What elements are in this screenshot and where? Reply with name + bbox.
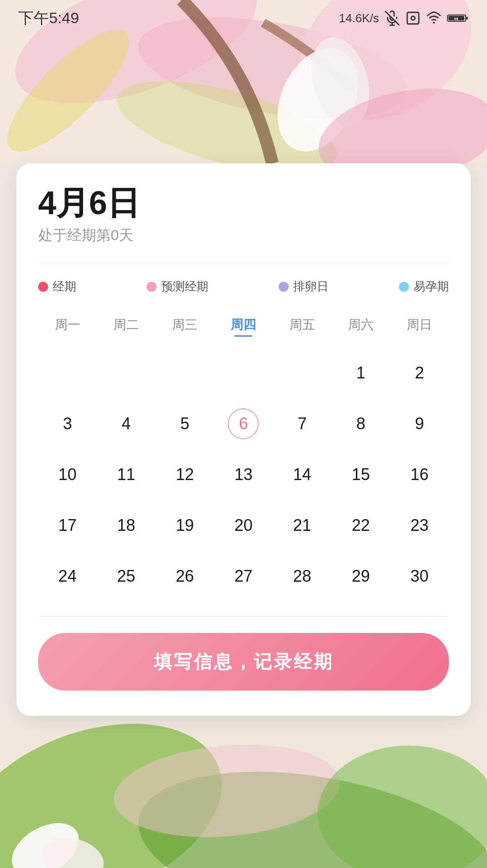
cal-day-29[interactable]: 29 — [331, 553, 390, 600]
weekday-tue: 周二 — [97, 311, 155, 342]
weekday-thu: 周四 — [214, 311, 273, 342]
svg-point-21 — [433, 22, 435, 24]
cal-day-11[interactable]: 11 — [97, 451, 155, 498]
cal-day-13[interactable]: 13 — [214, 451, 273, 498]
cal-day-9[interactable]: 9 — [390, 400, 449, 447]
battery-icon: 98 — [447, 10, 469, 26]
predicted-dot — [147, 282, 157, 292]
screenshot-icon — [405, 10, 421, 26]
ovulation-label: 排卵日 — [293, 279, 329, 294]
calendar-grid: 1 2 3 4 5 6 7 8 9 10 11 12 13 14 15 16 1… — [38, 349, 449, 600]
legend-period: 经期 — [38, 279, 76, 294]
cal-day-17[interactable]: 17 — [38, 502, 97, 549]
cal-day-23[interactable]: 23 — [390, 502, 449, 549]
cal-day-7[interactable]: 7 — [273, 400, 331, 447]
cal-day-empty5[interactable] — [273, 349, 331, 397]
ovulation-dot — [279, 282, 289, 292]
weekday-mon: 周一 — [38, 311, 97, 342]
svg-text:98: 98 — [454, 17, 458, 21]
bottom-divider — [38, 616, 449, 617]
legend-ovulation: 排卵日 — [279, 279, 329, 294]
cal-day-30[interactable]: 30 — [390, 553, 449, 600]
cal-day-empty4[interactable] — [214, 349, 273, 397]
weekday-sat: 周六 — [331, 311, 390, 342]
cal-day-6-today[interactable]: 6 — [214, 400, 273, 447]
legend-predicted: 预测经期 — [147, 279, 208, 294]
cal-day-empty3[interactable] — [156, 349, 214, 397]
cal-day-5[interactable]: 5 — [156, 400, 214, 447]
cal-day-21[interactable]: 21 — [273, 502, 331, 549]
weekday-headers: 周一 周二 周三 周四 周五 周六 周日 — [38, 311, 449, 342]
date-subtitle: 处于经期第0天 — [38, 226, 449, 245]
wifi-icon — [426, 10, 442, 26]
svg-point-20 — [411, 16, 415, 20]
predicted-label: 预测经期 — [161, 279, 208, 294]
cal-day-empty1[interactable] — [38, 349, 97, 397]
cal-day-18[interactable]: 18 — [97, 502, 155, 549]
svg-rect-23 — [466, 17, 468, 20]
network-speed: 14.6K/s — [339, 11, 379, 25]
cal-day-2[interactable]: 2 — [390, 349, 449, 397]
background-bottom — [0, 723, 487, 868]
main-card: 4月6日 处于经期第0天 经期 预测经期 排卵日 易孕期 周一 周二 周三 周四… — [16, 163, 471, 716]
cal-day-12[interactable]: 12 — [156, 451, 214, 498]
cal-day-8[interactable]: 8 — [331, 400, 390, 447]
weekday-wed: 周三 — [156, 311, 214, 342]
cal-day-15[interactable]: 15 — [331, 451, 390, 498]
period-label: 经期 — [53, 279, 76, 294]
weekday-fri: 周五 — [273, 311, 331, 342]
cal-day-16[interactable]: 16 — [390, 451, 449, 498]
cal-day-10[interactable]: 10 — [38, 451, 97, 498]
status-time: 下午5:49 — [18, 8, 79, 29]
cal-day-28[interactable]: 28 — [273, 553, 331, 600]
legend-fertile: 易孕期 — [399, 279, 449, 294]
period-dot — [38, 282, 48, 292]
cal-day-3[interactable]: 3 — [38, 400, 97, 447]
weekday-sun: 周日 — [390, 311, 449, 342]
cal-day-19[interactable]: 19 — [156, 502, 214, 549]
cal-day-1[interactable]: 1 — [331, 349, 390, 397]
legend: 经期 预测经期 排卵日 易孕期 — [38, 279, 449, 294]
date-title: 4月6日 — [38, 185, 449, 221]
cal-day-25[interactable]: 25 — [97, 553, 155, 600]
record-period-button[interactable]: 填写信息，记录经期 — [38, 633, 449, 691]
cal-day-22[interactable]: 22 — [331, 502, 390, 549]
status-bar: 下午5:49 14.6K/s 98 — [0, 0, 487, 36]
fertile-dot — [399, 282, 409, 292]
cal-day-20[interactable]: 20 — [214, 502, 273, 549]
status-icons: 14.6K/s 98 — [339, 10, 469, 26]
cal-day-24[interactable]: 24 — [38, 553, 97, 600]
fertile-label: 易孕期 — [413, 279, 449, 294]
svg-rect-19 — [407, 12, 419, 24]
cal-day-14[interactable]: 14 — [273, 451, 331, 498]
cal-day-26[interactable]: 26 — [156, 553, 214, 600]
cal-day-empty2[interactable] — [97, 349, 155, 397]
cal-day-27[interactable]: 27 — [214, 553, 273, 600]
cal-day-4[interactable]: 4 — [97, 400, 155, 447]
mute-icon — [384, 10, 400, 26]
header-divider — [38, 262, 449, 262]
